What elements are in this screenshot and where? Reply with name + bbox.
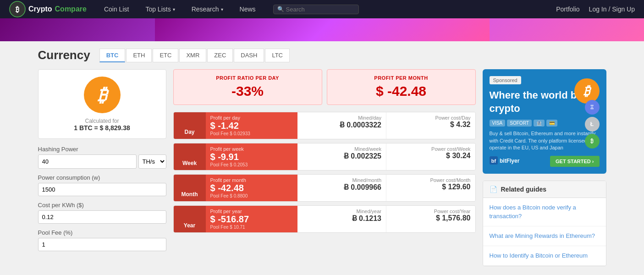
pool-fee-label: Pool Fee (%) [38,229,166,236]
nav-top-lists[interactable]: Top Lists ▾ [137,0,183,18]
guide-link-1[interactable]: How does a Bitcoin node verify a transac… [483,198,606,226]
profit-month-value: $ -42.48 [210,183,293,193]
mined-year-value: Ƀ 0.1213 [302,214,382,223]
brand-logo-icon: ₿ [9,1,26,17]
coin-price: 1 BTC = $ 8,829.38 [45,124,159,132]
portfolio-link[interactable]: Portfolio [556,6,579,13]
tab-xmr[interactable]: XMR [179,49,206,62]
cost-per-kwh-label: Cost per KWh ($) [38,202,166,209]
right-panel: Sponsored ₿ Where the world buys crypto … [483,69,606,266]
guide-link-2[interactable]: What are Mining Rewards in Ethereum? [483,226,606,246]
power-consumption-label: Power consumption (w) [38,174,166,181]
mined-month: Mined/month Ƀ 0.009966 [297,175,387,201]
guide-link-3[interactable]: How to Identify a Bitcoin or Ethereum [483,246,606,266]
power-day-value: $ 4.32 [391,121,471,129]
profit-week: Profit per week $ -9.91 Pool Fee $ 0.205… [206,143,297,170]
ad-description: Buy & sell Bitcoin, Ethereum and more in… [490,130,600,151]
power-day: Power cost/Day $ 4.32 [386,112,475,139]
power-day-label: Power cost/Day [391,115,471,121]
mined-month-label: Mined/month [302,177,382,183]
search-input[interactable] [286,6,355,13]
ltc-coin-icon: Ł [585,117,600,132]
left-panel: ₿ Calculated for 1 BTC = $ 8,829.38 Hash… [38,69,166,266]
main-content: Currency BTC ETH ETC XMR ZEC DASH LTC ₿ … [29,41,616,273]
tab-etc[interactable]: ETC [153,49,178,62]
tab-zec[interactable]: ZEC [207,49,233,62]
power-month-value: $ 129.60 [391,183,471,191]
ad-cta-button[interactable]: GET STARTED › [550,156,600,167]
power-consumption-input[interactable] [38,183,166,196]
profit-day-label: Profit per day [210,115,293,121]
profit-week-value: $ -9.91 [210,152,293,162]
hashing-unit-select[interactable]: TH/s GH/s MH/s [138,154,166,169]
period-week: Week [174,143,206,170]
svg-text:bitFlyer: bitFlyer [500,158,520,164]
pool-fee-input[interactable] [38,238,166,251]
research-chevron-icon: ▾ [221,7,223,12]
ad-crypto-coins: Ξ Ł ₿ [585,100,600,148]
power-week: Power cost/Week $ 30.24 [386,143,475,170]
pool-fee-group: Pool Fee (%) [38,229,166,251]
nav-right: Portfolio Log In / Sign Up [556,6,635,13]
profit-ratio-card: PROFIT RATIO PER DAY -33% [173,69,322,105]
mined-year: Mined/year Ƀ 0.1213 [297,206,387,232]
profit-month-fee: Pool Fee $ 0.8800 [210,193,293,198]
mined-week-label: Mined/week [302,146,382,152]
ad-sponsored-label: Sponsored [490,76,521,84]
power-week-label: Power cost/Week [391,146,471,152]
table-row: Day Profit per day $ -1.42 Pool Fee $ 0.… [173,112,476,139]
profit-week-label: Profit per week [210,146,293,152]
coin-card: ₿ Calculated for 1 BTC = $ 8,829.38 [38,69,166,139]
hashing-power-group: Hashing Power TH/s GH/s MH/s [38,146,166,169]
currency-header: Currency BTC ETH ETC XMR ZEC DASH LTC [38,48,606,62]
related-guides-header: 📄 Related guides [483,181,606,198]
coin-icon: ₿ [84,77,121,113]
profit-month-label: Profit per month [210,177,293,183]
profit-day-fee: Pool Fee $ 0.02933 [210,131,293,136]
profit-day-value: $ -1.42 [210,121,293,131]
profit-year-value: $ -516.87 [210,214,293,225]
bank-icon: 🏦 [534,120,545,126]
eth-coin-icon: Ξ [585,100,600,115]
calc-layout: ₿ Calculated for 1 BTC = $ 8,829.38 Hash… [38,69,606,266]
profit-month: Profit per month $ -42.48 Pool Fee $ 0.8… [206,175,297,201]
ad-logo: bf bitFlyer [490,156,522,167]
visa-icon: VISA [490,120,506,126]
search-bar[interactable]: 🔍 [273,5,359,14]
profit-day: Profit per day $ -1.42 Pool Fee $ 0.0293… [206,112,297,139]
hashing-power-label: Hashing Power [38,146,166,153]
cost-per-kwh-input[interactable] [38,210,166,224]
profit-month-label: PROFIT PER MONTH [335,75,468,81]
nav-research[interactable]: Research ▾ [183,0,231,18]
page-title: Currency [38,48,90,62]
mined-year-label: Mined/year [302,209,382,214]
tab-ltc[interactable]: LTC [265,49,290,62]
banner [0,18,644,41]
profit-ratio-value: -33% [181,83,314,99]
table-row: Year Profit per year $ -516.87 Pool Fee … [173,205,476,233]
data-rows: Day Profit per day $ -1.42 Pool Fee $ 0.… [173,112,476,233]
power-month-label: Power cost/Month [391,177,471,183]
tab-dash[interactable]: DASH [234,49,264,62]
nav-news[interactable]: News [231,0,264,18]
banner-inner [155,18,490,41]
mined-week-value: Ƀ 0.002325 [302,152,382,160]
profit-month-value: $ -42.48 [335,83,468,99]
svg-text:₿: ₿ [16,6,19,13]
other-coin-icon: ₿ [585,134,600,148]
nav-coin-list[interactable]: Coin List [96,0,137,18]
hashing-power-input[interactable] [38,154,137,169]
tab-btc[interactable]: BTC [99,49,126,62]
card-icon: 💳 [546,120,557,126]
power-year: Power cost/Year $ 1,576.80 [386,206,475,232]
tab-eth[interactable]: ETH [126,49,152,62]
sofort-icon: SOFORT [507,120,531,126]
hashing-power-row: TH/s GH/s MH/s [38,154,166,169]
power-year-label: Power cost/Year [391,209,471,214]
nav-links: Coin List Top Lists ▾ Research ▾ News 🔍 [96,0,556,18]
period-month: Month [174,175,206,201]
login-link[interactable]: Log In / Sign Up [589,6,635,13]
brand-compare: Compare [55,5,87,13]
brand[interactable]: ₿ CryptoCompare [9,1,87,17]
mined-day-label: Mined/day [302,115,382,121]
